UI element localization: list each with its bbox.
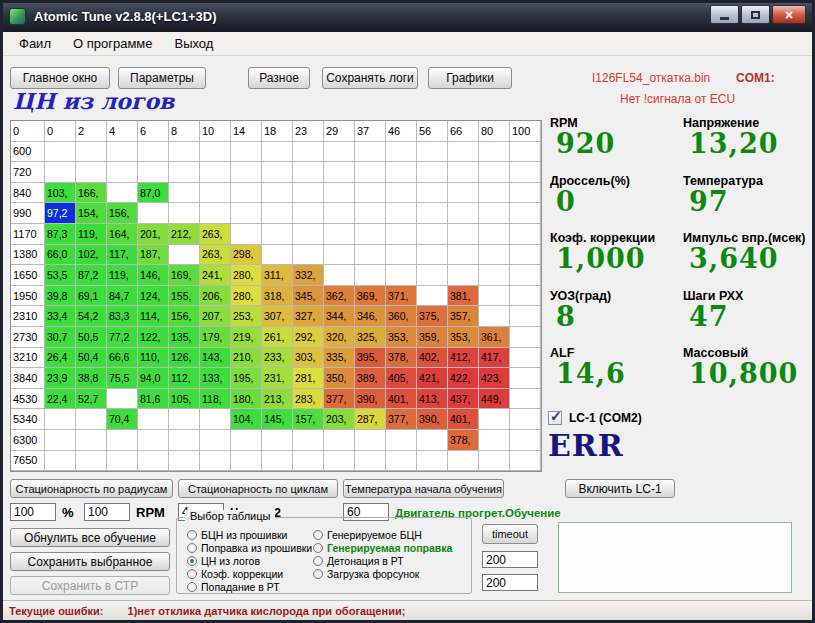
table-cell[interactable] (138, 430, 169, 451)
close-button[interactable]: × (772, 5, 806, 24)
table-cell[interactable]: 97,2 (45, 203, 76, 224)
table-cell[interactable] (138, 203, 169, 224)
table-cell[interactable]: 77,2 (107, 327, 138, 348)
table-cell[interactable]: 405, (386, 368, 417, 389)
toolbar-misc-button[interactable]: Разное (248, 67, 310, 89)
table-cell[interactable]: 422, (448, 368, 479, 389)
percent-input[interactable] (10, 503, 56, 521)
table-cell[interactable]: 164, (107, 224, 138, 245)
table-cell[interactable] (169, 451, 200, 472)
table-cell[interactable] (262, 430, 293, 451)
radio-cn-logs[interactable]: ЦН из логов (187, 555, 312, 568)
table-cell[interactable]: 413, (417, 389, 448, 410)
table-cell[interactable] (386, 245, 417, 266)
radio-generated-bcn[interactable]: Генерируемое БЦН (313, 529, 452, 542)
table-cell[interactable] (479, 245, 510, 266)
table-cell[interactable] (138, 409, 169, 430)
table-cell[interactable]: 359, (417, 327, 448, 348)
table-cell[interactable]: 143, (200, 348, 231, 369)
table-cell[interactable] (479, 430, 510, 451)
table-cell[interactable]: 33,4 (45, 306, 76, 327)
table-cell[interactable] (479, 409, 510, 430)
table-cell[interactable] (293, 142, 324, 163)
table-cell[interactable] (355, 162, 386, 183)
table-cell[interactable]: 112, (169, 368, 200, 389)
table-cell[interactable]: 110, (138, 348, 169, 369)
table-cell[interactable] (231, 142, 262, 163)
table-cell[interactable] (138, 451, 169, 472)
table-cell[interactable]: 327, (293, 306, 324, 327)
table-cell[interactable]: 83,3 (107, 306, 138, 327)
table-cell[interactable]: 75,5 (107, 368, 138, 389)
table-cell[interactable]: 377, (324, 389, 355, 410)
table-cell[interactable] (510, 162, 541, 183)
table-cell[interactable] (479, 286, 510, 307)
menu-item-file[interactable]: Фаил (9, 34, 61, 53)
table-cell[interactable]: 219, (231, 327, 262, 348)
table-cell[interactable] (386, 162, 417, 183)
table-cell[interactable] (169, 142, 200, 163)
table-cell[interactable] (107, 142, 138, 163)
table-cell[interactable] (386, 203, 417, 224)
table-cell[interactable] (479, 224, 510, 245)
table-cell[interactable] (479, 451, 510, 472)
table-cell[interactable] (293, 224, 324, 245)
table-cell[interactable]: 54,2 (76, 306, 107, 327)
table-cell[interactable] (231, 224, 262, 245)
table-cell[interactable] (510, 409, 541, 430)
table-cell[interactable]: 87,3 (45, 224, 76, 245)
table-cell[interactable] (293, 162, 324, 183)
toolbar-graphs-button[interactable]: Графики (428, 67, 512, 89)
table-cell[interactable] (169, 203, 200, 224)
table-cell[interactable] (355, 183, 386, 204)
table-cell[interactable] (448, 142, 479, 163)
table-cell[interactable]: 261, (262, 327, 293, 348)
table-cell[interactable] (293, 203, 324, 224)
table-cell[interactable] (510, 368, 541, 389)
title-bar[interactable]: Atomic Tune v2.8.8(+LC1+3D) × (0, 0, 815, 32)
table-cell[interactable] (448, 224, 479, 245)
save-ctp-button[interactable]: Сохранить в СТР (10, 576, 170, 595)
table-cell[interactable] (262, 245, 293, 266)
table-cell[interactable]: 280, (231, 265, 262, 286)
table-cell[interactable] (355, 265, 386, 286)
table-cell[interactable] (386, 183, 417, 204)
table-cell[interactable]: 344, (324, 306, 355, 327)
timeout-input-1[interactable] (482, 551, 538, 568)
table-cell[interactable]: 166, (76, 183, 107, 204)
table-cell[interactable]: 50,5 (76, 327, 107, 348)
lc1-checkbox[interactable]: ✓ (548, 411, 562, 425)
table-cell[interactable] (169, 409, 200, 430)
radio-bcn-firmware[interactable]: БЦН из прошивки (187, 529, 312, 542)
table-cell[interactable] (510, 348, 541, 369)
table-cell[interactable] (448, 183, 479, 204)
table-cell[interactable] (324, 142, 355, 163)
reset-learning-button[interactable]: Обнулить все обучение (10, 528, 170, 547)
table-cell[interactable] (45, 162, 76, 183)
table-cell[interactable]: 145, (262, 409, 293, 430)
table-cell[interactable] (324, 162, 355, 183)
table-cell[interactable]: 22,4 (45, 389, 76, 410)
table-cell[interactable] (355, 430, 386, 451)
table-cell[interactable]: 345, (293, 286, 324, 307)
table-cell[interactable] (45, 451, 76, 472)
table-cell[interactable] (262, 224, 293, 245)
table-cell[interactable]: 401, (386, 389, 417, 410)
table-cell[interactable] (324, 183, 355, 204)
table-cell[interactable]: 350, (324, 368, 355, 389)
table-cell[interactable] (169, 430, 200, 451)
table-cell[interactable]: 117, (107, 245, 138, 266)
table-cell[interactable]: 280, (231, 286, 262, 307)
table-cell[interactable]: 146, (138, 265, 169, 286)
table-cell[interactable]: 94,0 (138, 368, 169, 389)
table-cell[interactable]: 395, (355, 348, 386, 369)
table-cell[interactable] (138, 162, 169, 183)
table-cell[interactable] (417, 142, 448, 163)
table-cell[interactable] (479, 203, 510, 224)
table-cell[interactable]: 332, (293, 265, 324, 286)
table-cell[interactable]: 401, (448, 409, 479, 430)
table-cell[interactable]: 39,8 (45, 286, 76, 307)
timeout-button[interactable]: timeout (482, 524, 538, 544)
table-cell[interactable] (510, 286, 541, 307)
table-cell[interactable]: 375, (417, 306, 448, 327)
